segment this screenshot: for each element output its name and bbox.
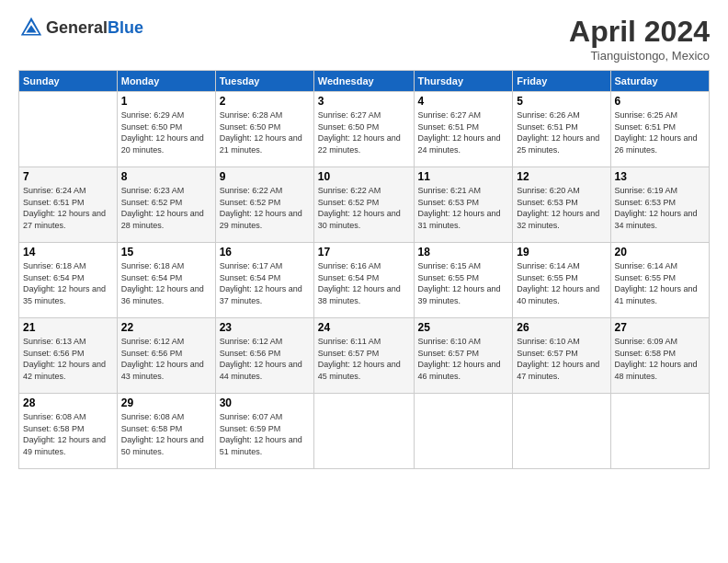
day-number: 18	[418, 246, 509, 259]
logo-general: General	[46, 18, 108, 37]
calendar-cell: 3Sunrise: 6:27 AMSunset: 6:50 PMDaylight…	[313, 92, 414, 167]
day-number: 14	[23, 246, 113, 259]
calendar-cell: 14Sunrise: 6:18 AMSunset: 6:54 PMDayligh…	[19, 243, 118, 318]
location: Tianguistongo, Mexico	[569, 49, 710, 63]
day-info: Sunrise: 6:23 AMSunset: 6:52 PMDaylight:…	[121, 185, 211, 231]
day-info: Sunrise: 6:12 AMSunset: 6:56 PMDaylight:…	[220, 336, 310, 382]
week-row-1: 1Sunrise: 6:29 AMSunset: 6:50 PMDaylight…	[19, 92, 710, 167]
page: GeneralBlue April 2024 Tianguistongo, Me…	[0, 0, 728, 484]
day-info: Sunrise: 6:27 AMSunset: 6:50 PMDaylight:…	[318, 109, 410, 155]
day-info: Sunrise: 6:18 AMSunset: 6:54 PMDaylight:…	[121, 260, 211, 306]
week-row-5: 28Sunrise: 6:08 AMSunset: 6:58 PMDayligh…	[19, 394, 710, 469]
day-number: 22	[121, 321, 211, 334]
calendar-cell: 20Sunrise: 6:14 AMSunset: 6:55 PMDayligh…	[610, 243, 709, 318]
day-number: 9	[220, 170, 310, 183]
day-number: 16	[220, 246, 310, 259]
day-info: Sunrise: 6:14 AMSunset: 6:55 PMDaylight:…	[615, 260, 705, 306]
day-number: 21	[23, 321, 113, 334]
calendar-cell: 27Sunrise: 6:09 AMSunset: 6:58 PMDayligh…	[610, 318, 709, 394]
day-info: Sunrise: 6:19 AMSunset: 6:53 PMDaylight:…	[615, 185, 705, 231]
day-info: Sunrise: 6:12 AMSunset: 6:56 PMDaylight:…	[121, 336, 211, 382]
calendar-cell	[19, 92, 118, 167]
title-block: April 2024 Tianguistongo, Mexico	[569, 15, 710, 63]
day-info: Sunrise: 6:08 AMSunset: 6:58 PMDaylight:…	[23, 411, 113, 457]
calendar-cell: 11Sunrise: 6:21 AMSunset: 6:53 PMDayligh…	[414, 167, 513, 243]
calendar-cell: 8Sunrise: 6:23 AMSunset: 6:52 PMDaylight…	[117, 167, 215, 243]
day-number: 28	[23, 396, 113, 409]
day-header-tuesday: Tuesday	[215, 71, 313, 92]
day-number: 20	[615, 246, 705, 259]
logo-blue: Blue	[108, 18, 143, 37]
day-info: Sunrise: 6:16 AMSunset: 6:54 PMDaylight:…	[318, 260, 410, 306]
calendar-cell: 23Sunrise: 6:12 AMSunset: 6:56 PMDayligh…	[215, 318, 313, 394]
calendar-cell: 25Sunrise: 6:10 AMSunset: 6:57 PMDayligh…	[414, 318, 513, 394]
logo-icon	[18, 15, 44, 40]
day-header-wednesday: Wednesday	[313, 71, 414, 92]
calendar-cell	[513, 394, 610, 469]
calendar-cell: 9Sunrise: 6:22 AMSunset: 6:52 PMDaylight…	[215, 167, 313, 243]
day-info: Sunrise: 6:10 AMSunset: 6:57 PMDaylight:…	[418, 336, 509, 382]
day-number: 15	[121, 246, 211, 259]
day-info: Sunrise: 6:15 AMSunset: 6:55 PMDaylight:…	[418, 260, 509, 306]
day-info: Sunrise: 6:09 AMSunset: 6:58 PMDaylight:…	[615, 336, 705, 382]
day-number: 6	[615, 95, 705, 108]
calendar-cell: 26Sunrise: 6:10 AMSunset: 6:57 PMDayligh…	[513, 318, 610, 394]
calendar-cell: 15Sunrise: 6:18 AMSunset: 6:54 PMDayligh…	[117, 243, 215, 318]
day-number: 4	[418, 95, 509, 108]
calendar-cell: 22Sunrise: 6:12 AMSunset: 6:56 PMDayligh…	[117, 318, 215, 394]
day-number: 5	[517, 95, 606, 108]
day-number: 26	[517, 321, 606, 334]
day-info: Sunrise: 6:18 AMSunset: 6:54 PMDaylight:…	[23, 260, 113, 306]
day-info: Sunrise: 6:29 AMSunset: 6:50 PMDaylight:…	[121, 109, 211, 155]
day-number: 13	[615, 170, 705, 183]
day-info: Sunrise: 6:27 AMSunset: 6:51 PMDaylight:…	[418, 109, 509, 155]
calendar-cell: 17Sunrise: 6:16 AMSunset: 6:54 PMDayligh…	[313, 243, 414, 318]
day-number: 24	[318, 321, 410, 334]
day-info: Sunrise: 6:24 AMSunset: 6:51 PMDaylight:…	[23, 185, 113, 231]
calendar-cell: 5Sunrise: 6:26 AMSunset: 6:51 PMDaylight…	[513, 92, 610, 167]
day-number: 27	[615, 321, 705, 334]
day-info: Sunrise: 6:25 AMSunset: 6:51 PMDaylight:…	[615, 109, 705, 155]
day-info: Sunrise: 6:07 AMSunset: 6:59 PMDaylight:…	[220, 411, 310, 457]
header-row: SundayMondayTuesdayWednesdayThursdayFrid…	[19, 71, 710, 92]
day-number: 23	[220, 321, 310, 334]
week-row-4: 21Sunrise: 6:13 AMSunset: 6:56 PMDayligh…	[19, 318, 710, 394]
day-number: 7	[23, 170, 113, 183]
day-header-monday: Monday	[117, 71, 215, 92]
calendar-cell: 28Sunrise: 6:08 AMSunset: 6:58 PMDayligh…	[19, 394, 118, 469]
calendar-cell: 6Sunrise: 6:25 AMSunset: 6:51 PMDaylight…	[610, 92, 709, 167]
calendar-cell: 4Sunrise: 6:27 AMSunset: 6:51 PMDaylight…	[414, 92, 513, 167]
day-info: Sunrise: 6:11 AMSunset: 6:57 PMDaylight:…	[318, 336, 410, 382]
header: GeneralBlue April 2024 Tianguistongo, Me…	[18, 15, 710, 63]
calendar-cell: 18Sunrise: 6:15 AMSunset: 6:55 PMDayligh…	[414, 243, 513, 318]
calendar-cell: 24Sunrise: 6:11 AMSunset: 6:57 PMDayligh…	[313, 318, 414, 394]
day-info: Sunrise: 6:10 AMSunset: 6:57 PMDaylight:…	[517, 336, 606, 382]
day-info: Sunrise: 6:17 AMSunset: 6:54 PMDaylight:…	[220, 260, 310, 306]
day-header-sunday: Sunday	[19, 71, 118, 92]
calendar-cell: 29Sunrise: 6:08 AMSunset: 6:58 PMDayligh…	[117, 394, 215, 469]
calendar-cell: 12Sunrise: 6:20 AMSunset: 6:53 PMDayligh…	[513, 167, 610, 243]
day-info: Sunrise: 6:13 AMSunset: 6:56 PMDaylight:…	[23, 336, 113, 382]
day-number: 19	[517, 246, 606, 259]
logo: GeneralBlue	[18, 15, 143, 40]
calendar-cell	[610, 394, 709, 469]
day-header-thursday: Thursday	[414, 71, 513, 92]
calendar-cell: 19Sunrise: 6:14 AMSunset: 6:55 PMDayligh…	[513, 243, 610, 318]
calendar-cell: 7Sunrise: 6:24 AMSunset: 6:51 PMDaylight…	[19, 167, 118, 243]
logo-text: GeneralBlue	[46, 18, 143, 38]
calendar-table: SundayMondayTuesdayWednesdayThursdayFrid…	[18, 70, 710, 469]
day-number: 17	[318, 246, 410, 259]
calendar-cell: 1Sunrise: 6:29 AMSunset: 6:50 PMDaylight…	[117, 92, 215, 167]
day-number: 12	[517, 170, 606, 183]
day-info: Sunrise: 6:22 AMSunset: 6:52 PMDaylight:…	[220, 185, 310, 231]
week-row-2: 7Sunrise: 6:24 AMSunset: 6:51 PMDaylight…	[19, 167, 710, 243]
day-number: 11	[418, 170, 509, 183]
day-info: Sunrise: 6:08 AMSunset: 6:58 PMDaylight:…	[121, 411, 211, 457]
calendar-cell	[414, 394, 513, 469]
calendar-cell: 16Sunrise: 6:17 AMSunset: 6:54 PMDayligh…	[215, 243, 313, 318]
calendar-cell: 30Sunrise: 6:07 AMSunset: 6:59 PMDayligh…	[215, 394, 313, 469]
day-info: Sunrise: 6:21 AMSunset: 6:53 PMDaylight:…	[418, 185, 509, 231]
day-info: Sunrise: 6:22 AMSunset: 6:52 PMDaylight:…	[318, 185, 410, 231]
calendar-cell: 21Sunrise: 6:13 AMSunset: 6:56 PMDayligh…	[19, 318, 118, 394]
day-info: Sunrise: 6:28 AMSunset: 6:50 PMDaylight:…	[220, 109, 310, 155]
